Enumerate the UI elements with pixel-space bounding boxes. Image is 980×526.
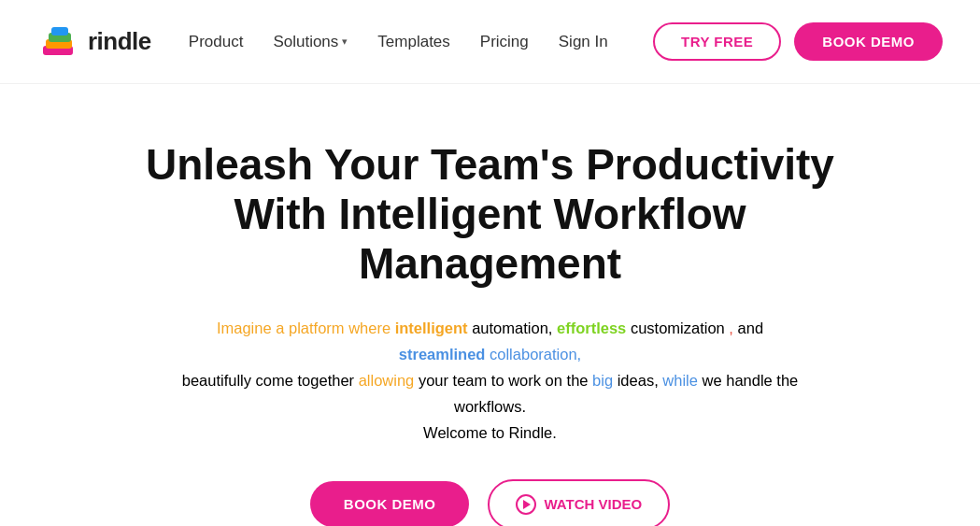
nav-solutions[interactable]: Solutions ▾ [273,33,348,51]
book-demo-hero-button[interactable]: BOOK DEMO [310,481,470,526]
hero-section: Unleash Your Team's Productivity With In… [0,84,980,526]
nav-links: Product Solutions ▾ Templates Pricing Si… [189,33,653,51]
hero-actions: BOOK DEMO WATCH VIDEO [310,479,670,526]
nav-signin[interactable]: Sign In [559,33,608,51]
nav-actions: TRY FREE BOOK DEMO [653,22,943,61]
book-demo-nav-button[interactable]: BOOK DEMO [794,22,943,61]
nav-product[interactable]: Product [189,33,244,51]
logo-text: rindle [88,27,151,56]
chevron-down-icon: ▾ [342,36,348,48]
nav-templates[interactable]: Templates [377,33,449,51]
hero-title: Unleash Your Team's Productivity With In… [107,140,873,289]
watch-video-button[interactable]: WATCH VIDEO [488,479,670,526]
hero-subtitle: Imagine a platform where intelligent aut… [173,315,808,446]
svg-rect-3 [51,27,68,36]
try-free-button[interactable]: TRY FREE [653,22,781,61]
play-icon [516,494,536,515]
logo-area[interactable]: rindle [37,21,151,63]
logo-icon [37,21,78,63]
nav-pricing[interactable]: Pricing [480,33,529,51]
navbar: rindle Product Solutions ▾ Templates Pri… [0,0,980,84]
